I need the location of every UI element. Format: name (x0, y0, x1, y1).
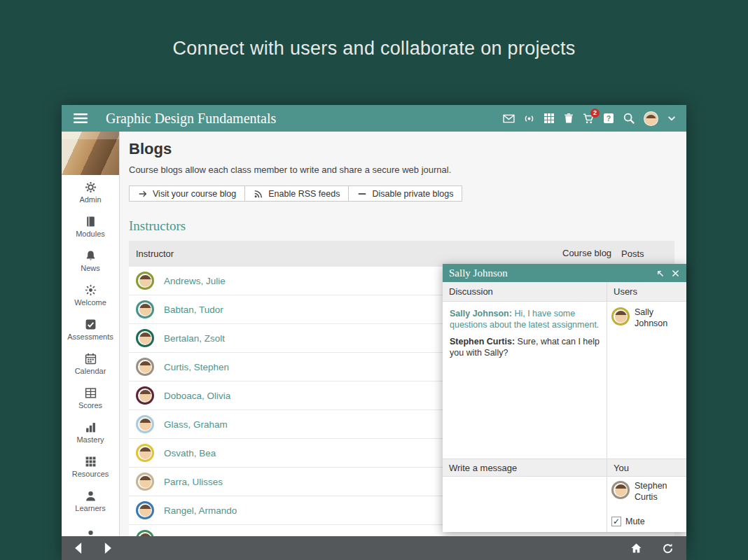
discussion-messages: Sally Johnson: Hi, I have some questions… (443, 302, 607, 458)
app-header: Graphic Design Fundamentals 2 ? (62, 105, 686, 132)
mute-label: Mute (625, 517, 645, 526)
bar-chart-icon (85, 421, 97, 433)
instructor-name-link[interactable]: Rangel, Armando (164, 505, 237, 516)
instructor-avatar (136, 300, 154, 318)
user-avatar[interactable] (644, 111, 658, 126)
sidebar-item-learners[interactable]: Learners (62, 484, 119, 518)
sidebar-item-resources[interactable]: Resources (62, 449, 119, 484)
instructor-avatar (136, 358, 154, 376)
button-label: Visit your course blog (153, 189, 236, 199)
book-icon (85, 216, 97, 227)
chevron-down-icon[interactable] (667, 113, 677, 123)
column-header-course-blog: Course blog (562, 248, 618, 259)
sidebar-item-label: Assessments (67, 332, 113, 341)
course-thumbnail[interactable] (62, 132, 119, 175)
close-icon[interactable] (671, 269, 680, 278)
minus-icon (357, 189, 367, 199)
mute-checkbox[interactable] (611, 517, 621, 526)
page-description: Course blogs allow each class member to … (129, 164, 686, 175)
chat-users-list: Sally Johnson (607, 302, 686, 458)
menu-icon[interactable] (74, 113, 88, 124)
message-author: Stephen Curtis: (450, 337, 515, 346)
message-author: Sally Johnson: (450, 309, 512, 318)
person-icon (85, 529, 97, 536)
gear-icon (85, 181, 97, 193)
section-title: Instructors (129, 218, 686, 234)
sidebar-item-label: Scores (78, 401, 102, 410)
sidebar-item-admin[interactable]: Admin (62, 175, 119, 209)
home-icon[interactable] (630, 542, 642, 554)
table-icon (85, 387, 97, 399)
instructor-name-link[interactable]: Osvath, Bea (164, 448, 216, 458)
you-name: Stephen Curtis (635, 481, 675, 503)
discussion-column-header: Discussion (443, 282, 607, 302)
instructor-name-link[interactable]: Glass, Graham (164, 419, 228, 430)
action-button-group: Visit your course blog Enable RSS feeds … (129, 186, 462, 202)
course-title: Graphic Design Fundamentals (106, 111, 276, 127)
back-icon[interactable] (72, 542, 83, 554)
sidebar-item-label: Welcome (74, 298, 106, 307)
popout-icon[interactable] (656, 269, 665, 278)
sidebar-item-label: Calendar (75, 367, 106, 375)
mail-icon[interactable] (503, 113, 515, 125)
sidebar-item-label: Modules (76, 230, 105, 238)
instructor-avatar (136, 472, 154, 491)
chat-message: Sally Johnson: Hi, I have some questions… (450, 308, 600, 331)
sidebar-item-welcome[interactable]: Welcome (62, 278, 119, 312)
sun-icon (85, 284, 97, 296)
arrow-right-icon (138, 189, 148, 199)
grid-icon[interactable] (543, 113, 555, 124)
chat-title: Sally Johnson (449, 267, 508, 279)
you-column-header: You (607, 458, 686, 477)
sidebar-item-label: Mastery (76, 435, 104, 444)
instructor-name-link[interactable]: Bertalan, Zsolt (164, 333, 225, 344)
chat-user-item[interactable]: Sally Johnson (611, 307, 682, 329)
sidebar-item-mastery[interactable]: Mastery (62, 415, 119, 449)
instructor-name-link[interactable]: Babtan, Tudor (164, 304, 223, 315)
trash-icon[interactable] (563, 113, 574, 124)
forward-icon[interactable] (104, 542, 114, 554)
sidebar-item-assessments[interactable]: Assessments (62, 312, 119, 346)
compose-header: Write a message (443, 458, 607, 477)
table-header-row: Instructor Course blog Posts (129, 241, 674, 267)
sidebar: Admin Modules News Welcome Assessments C… (62, 132, 120, 536)
sidebar-item-label: News (81, 264, 100, 272)
refresh-icon[interactable] (662, 542, 674, 554)
sidebar-item-label: Resources (72, 470, 109, 478)
rss-icon (254, 189, 263, 199)
sidebar-item-news[interactable]: News (62, 244, 119, 278)
user-name: Sally Johnson (635, 307, 675, 329)
message-input[interactable] (443, 477, 607, 532)
search-icon[interactable] (623, 112, 635, 125)
visit-course-blog-button[interactable]: Visit your course blog (129, 186, 245, 202)
instructor-name-link[interactable]: Parra, Ulisses (164, 477, 223, 487)
button-label: Enable RSS feeds (268, 189, 340, 199)
help-icon[interactable]: ? (603, 113, 614, 124)
you-avatar (611, 481, 630, 499)
sidebar-item-partial[interactable] (62, 518, 119, 536)
user-avatar (611, 307, 630, 326)
enable-rss-feeds-button[interactable]: Enable RSS feeds (244, 186, 349, 202)
bell-icon (85, 250, 97, 262)
instructor-name-link[interactable]: Curtis, Stephen (164, 362, 229, 372)
svg-text:?: ? (607, 114, 611, 122)
sidebar-item-calendar[interactable]: Calendar (62, 346, 119, 381)
button-label: Disable private blogs (372, 189, 453, 199)
broadcast-icon[interactable] (523, 113, 535, 125)
disable-private-blogs-button[interactable]: Disable private blogs (348, 186, 462, 202)
person-icon (85, 490, 97, 502)
instructor-avatar (136, 501, 154, 519)
you-user-item: Stephen Curtis (611, 481, 682, 503)
calendar-icon (85, 353, 97, 365)
sidebar-item-modules[interactable]: Modules (62, 209, 119, 244)
sidebar-item-scores[interactable]: Scores (62, 381, 119, 415)
bottom-bar (62, 536, 686, 560)
instructor-name-link[interactable]: Andrews, Julie (164, 276, 226, 286)
app-window: Graphic Design Fundamentals 2 ? (62, 105, 686, 560)
instructor-name-link[interactable]: Doboaca, Olivia (164, 391, 230, 401)
sidebar-item-label: Admin (79, 195, 101, 204)
chat-header[interactable]: Sally Johnson (443, 264, 686, 282)
checkbox-icon (85, 318, 97, 330)
cart-icon[interactable]: 2 (583, 113, 595, 125)
grid-icon (85, 456, 97, 468)
